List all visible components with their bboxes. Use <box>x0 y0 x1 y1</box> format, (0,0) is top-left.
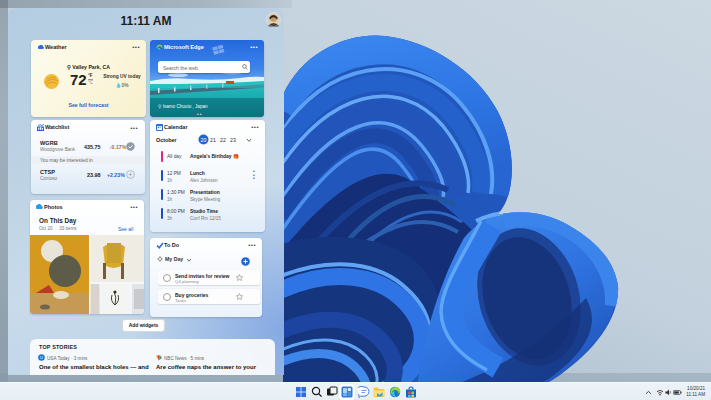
svg-text:U: U <box>40 355 43 360</box>
svg-text:20: 20 <box>201 137 207 143</box>
